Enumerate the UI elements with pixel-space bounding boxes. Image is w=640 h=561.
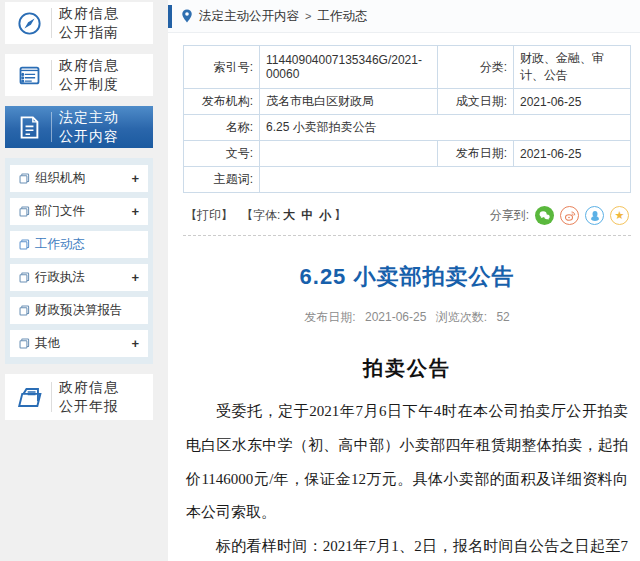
- page: 政府信息 公开指南 政府信息 公开制度: [0, 0, 640, 561]
- submenu-item-label: 行政执法: [35, 269, 85, 286]
- sidebar: 政府信息 公开指南 政府信息 公开制度: [0, 0, 168, 561]
- auction-notice-heading: 拍卖公告: [186, 346, 628, 391]
- font-size-controls: 【字体: 大 中 小 】: [241, 207, 346, 224]
- article-body: 拍卖公告 受委托，定于2021年7月6日下午4时在本公司拍卖厅公开拍卖电白区水东…: [183, 346, 631, 561]
- doc-icon: [19, 305, 30, 316]
- submenu-item-department-files[interactable]: 部门文件 +: [10, 198, 148, 225]
- font-size-suffix: 】: [334, 207, 346, 224]
- article-paragraph: 标的看样时间：2021年7月1、2日，报名时间自公告之日起至7月5日5时截止，有…: [186, 530, 628, 561]
- divider: [51, 112, 52, 142]
- document-icon: [11, 114, 47, 141]
- share-qq-icon[interactable]: [585, 206, 604, 225]
- folder-icon: [11, 383, 47, 412]
- publish-date-value: 2021-06-25: [365, 310, 426, 324]
- submenu-item-other[interactable]: 其他 +: [10, 330, 148, 357]
- issuing-agency-label: 发布机构:: [184, 89, 260, 115]
- publish-date-label: 发布日期:: [304, 310, 355, 324]
- doc-icon: [19, 239, 30, 250]
- divider: [51, 8, 52, 38]
- divider: [51, 382, 52, 412]
- submenu-item-label: 工作动态: [35, 236, 85, 253]
- doc-number-label: 文号:: [184, 141, 260, 167]
- book-icon: [11, 62, 47, 89]
- doc-icon: [19, 272, 30, 283]
- doc-icon: [19, 338, 30, 349]
- issuing-agency-value: 茂名市电白区财政局: [260, 89, 438, 115]
- table-row: 名称: 6.25 小卖部拍卖公告: [184, 115, 631, 141]
- view-count-label: 浏览次数:: [436, 310, 487, 324]
- breadcrumb-separator: >: [305, 10, 311, 22]
- expand-plus-icon[interactable]: +: [131, 204, 139, 219]
- share-label: 分享到:: [490, 207, 529, 224]
- sidebar-item-annual-report[interactable]: 政府信息 公开年报: [5, 374, 153, 420]
- main-content: 法定主动公开内容 > 工作动态 索引号: 11440904007135346G/…: [168, 0, 640, 561]
- sidebar-item-guide[interactable]: 政府信息 公开指南: [5, 2, 153, 44]
- category-label: 分类:: [438, 46, 514, 89]
- table-row: 主题词:: [184, 167, 631, 193]
- breadcrumb-current[interactable]: 工作动态: [317, 8, 367, 25]
- article-meta: 发布日期: 2021-06-25 浏览次数: 52: [183, 309, 631, 326]
- breadcrumb-section[interactable]: 法定主动公开内容: [199, 8, 299, 25]
- share-weibo-icon[interactable]: [560, 206, 579, 225]
- keywords-value: [260, 167, 631, 193]
- title-label: 名称:: [184, 115, 260, 141]
- submenu-item-organization[interactable]: 组织机构 +: [10, 165, 148, 192]
- font-size-prefix: 【字体:: [241, 207, 280, 224]
- sidebar-submenu: 组织机构 + 部门文件 + 工作动态: [5, 158, 153, 364]
- sidebar-item-label: 政府信息 公开年报: [59, 378, 119, 416]
- dashed-separator: [183, 235, 631, 236]
- keywords-label: 主题词:: [184, 167, 260, 193]
- sidebar-item-system[interactable]: 政府信息 公开制度: [5, 54, 153, 96]
- submenu-item-budget-reports[interactable]: 财政预决算报告: [10, 297, 148, 324]
- submenu-item-label: 其他: [35, 335, 60, 352]
- breadcrumb: 法定主动公开内容 > 工作动态: [168, 0, 640, 33]
- share-favorite-star-icon[interactable]: ★: [610, 206, 629, 225]
- submenu-item-law-enforcement[interactable]: 行政执法 +: [10, 264, 148, 291]
- publish-date-value: 2021-06-25: [514, 141, 631, 167]
- font-size-small-button[interactable]: 小: [319, 207, 331, 224]
- category-value: 财政、金融、审计、公告: [514, 46, 631, 89]
- doc-icon: [19, 206, 30, 217]
- font-size-medium-button[interactable]: 中: [301, 207, 313, 224]
- table-row: 文号: 发布日期: 2021-06-25: [184, 141, 631, 167]
- breadcrumb-accent-bar: [168, 5, 172, 28]
- table-row: 索引号: 11440904007135346G/2021-00060 分类: 财…: [184, 46, 631, 89]
- submenu-item-work-updates[interactable]: 工作动态: [10, 231, 148, 258]
- submenu-item-label: 组织机构: [35, 170, 85, 187]
- compass-icon: [11, 10, 47, 37]
- written-date-value: 2021-06-25: [514, 89, 631, 115]
- location-pin-icon: [181, 9, 193, 23]
- sidebar-item-label: 法定主动 公开内容: [59, 108, 119, 146]
- article-title: 6.25 小卖部拍卖公告: [183, 262, 631, 292]
- sidebar-item-label: 政府信息 公开制度: [59, 56, 119, 94]
- expand-plus-icon[interactable]: +: [131, 270, 139, 285]
- font-size-large-button[interactable]: 大: [283, 207, 295, 224]
- print-button[interactable]: 【打印】: [185, 207, 233, 224]
- index-number-value: 11440904007135346G/2021-00060: [260, 46, 438, 89]
- submenu-item-label: 财政预决算报告: [35, 302, 123, 319]
- document-meta-table: 索引号: 11440904007135346G/2021-00060 分类: 财…: [183, 45, 631, 193]
- article-toolbar: 【打印】 【字体: 大 中 小 】 分享到:: [185, 206, 629, 225]
- expand-plus-icon[interactable]: +: [131, 336, 139, 351]
- article-paragraph: 受委托，定于2021年7月6日下午4时在本公司拍卖厅公开拍卖电白区水东中学（初、…: [186, 395, 628, 530]
- submenu-item-label: 部门文件: [35, 203, 85, 220]
- publish-date-label: 发布日期:: [438, 141, 514, 167]
- divider: [51, 60, 52, 90]
- sidebar-item-legal-content[interactable]: 法定主动 公开内容: [5, 106, 153, 148]
- doc-icon: [19, 173, 30, 184]
- sidebar-item-label: 政府信息 公开指南: [59, 4, 119, 42]
- index-number-label: 索引号:: [184, 46, 260, 89]
- written-date-label: 成文日期:: [438, 89, 514, 115]
- view-count-value: 52: [496, 310, 509, 324]
- expand-plus-icon[interactable]: +: [131, 171, 139, 186]
- share-wechat-icon[interactable]: [535, 206, 554, 225]
- title-value: 6.25 小卖部拍卖公告: [260, 115, 631, 141]
- table-row: 发布机构: 茂名市电白区财政局 成文日期: 2021-06-25: [184, 89, 631, 115]
- document-panel: 索引号: 11440904007135346G/2021-00060 分类: 财…: [168, 33, 640, 561]
- doc-number-value: [260, 141, 438, 167]
